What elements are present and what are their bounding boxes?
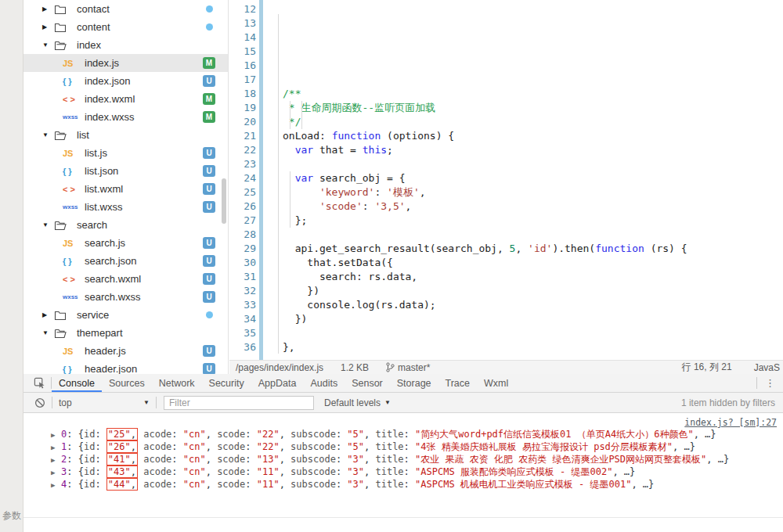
language-mode[interactable]: JavaS bbox=[754, 362, 780, 373]
editor-code[interactable]: /** * 生命周期函数--监听页面加载 */onLoad: function … bbox=[283, 0, 783, 360]
expand-triangle-icon[interactable]: ▶ bbox=[51, 479, 61, 491]
console-array-item[interactable]: ▶1: {id: "26", acode: "cn", scode: "22",… bbox=[23, 440, 783, 453]
tab-security[interactable]: Security bbox=[202, 374, 251, 392]
tree-file-header.js[interactable]: JSheader.jsU bbox=[23, 342, 228, 360]
console-output: ▼(5) [{…}, {…}, {…}, {…}, {…}]t index.js… bbox=[23, 413, 783, 531]
console-array-item[interactable]: ▶4: {id: "44", acode: "cn", scode: "11",… bbox=[23, 478, 783, 491]
tab-appdata[interactable]: AppData bbox=[251, 374, 304, 392]
tree-file-search.js[interactable]: JSsearch.jsU bbox=[23, 234, 228, 252]
tab-wxml[interactable]: Wxml bbox=[477, 374, 515, 392]
inspect-element-icon[interactable] bbox=[28, 377, 51, 389]
code-line[interactable]: /** bbox=[283, 87, 783, 101]
git-status-badge: U bbox=[203, 363, 215, 374]
code-line[interactable] bbox=[283, 326, 783, 340]
console-array-item[interactable]: ▶0: {id: "25", acode: "cn", scode: "22",… bbox=[23, 428, 783, 440]
line-number: 23 bbox=[229, 157, 256, 171]
code-line[interactable]: }, bbox=[283, 340, 783, 354]
execution-context-dropdown[interactable]: top ▼ bbox=[52, 393, 156, 412]
expand-triangle-icon[interactable]: ▶ bbox=[51, 454, 61, 466]
tree-file-index.wxss[interactable]: wxssindex.wxssM bbox=[23, 108, 228, 126]
code-line[interactable]: }) bbox=[283, 312, 783, 326]
context-value: top bbox=[59, 397, 72, 408]
code-line[interactable]: var that = this; bbox=[283, 143, 783, 157]
source-location-link[interactable]: index.js? [sm]:27 bbox=[684, 416, 777, 428]
console-array-item[interactable]: ▶2: {id: "41", acode: "cn", scode: "13",… bbox=[23, 453, 783, 466]
code-line[interactable] bbox=[283, 157, 783, 171]
tree-file-search.json[interactable]: { }search.jsonU bbox=[23, 252, 228, 270]
git-status-badge: M bbox=[203, 57, 215, 69]
tree-folder-service[interactable]: ▶service bbox=[23, 306, 228, 324]
tree-folder-contact[interactable]: ▶contact bbox=[23, 0, 228, 18]
code-line[interactable]: }; bbox=[283, 214, 783, 228]
tree-file-search.wxss[interactable]: wxsssearch.wxssU bbox=[23, 288, 228, 306]
line-number: 27 bbox=[229, 214, 256, 228]
js-file-icon: JS bbox=[63, 149, 85, 158]
folder-icon bbox=[54, 4, 71, 15]
tab-storage[interactable]: Storage bbox=[390, 374, 438, 392]
expand-triangle-icon[interactable]: ▶ bbox=[51, 429, 61, 440]
editor-status-bar: /pages/index/index.js 1.2 KB master* 行 1… bbox=[229, 360, 783, 374]
tab-trace[interactable]: Trace bbox=[438, 374, 478, 392]
tree-item-label: header.json bbox=[85, 363, 137, 374]
tree-file-index.json[interactable]: { }index.jsonU bbox=[23, 72, 228, 90]
code-line[interactable]: api.get_search_resault(search_obj, 5, 'i… bbox=[283, 242, 783, 256]
tab-network[interactable]: Network bbox=[152, 374, 202, 392]
log-levels-dropdown[interactable]: Default levels ▼ bbox=[324, 397, 391, 408]
code-line[interactable]: onLoad: function (options) { bbox=[283, 129, 783, 143]
line-number: 15 bbox=[229, 45, 256, 59]
code-line[interactable]: */ bbox=[283, 115, 783, 129]
tree-file-list.json[interactable]: { }list.jsonU bbox=[23, 162, 228, 180]
git-modified-gutter bbox=[259, 0, 263, 360]
console-prompt[interactable]: > bbox=[23, 517, 783, 531]
tree-file-list.wxml[interactable]: < >list.wxmlU bbox=[23, 180, 228, 198]
git-branch-name[interactable]: master* bbox=[398, 362, 430, 373]
code-line[interactable]: search: rs.data, bbox=[283, 270, 783, 284]
tree-file-list.js[interactable]: JSlist.jsU bbox=[23, 144, 228, 162]
tree-folder-search[interactable]: ▼search bbox=[23, 216, 228, 234]
tree-folder-list[interactable]: ▼list bbox=[23, 126, 228, 144]
params-panel-label[interactable]: 参数 bbox=[2, 509, 21, 523]
expand-triangle-icon[interactable]: ▶ bbox=[51, 466, 61, 478]
tree-folder-index[interactable]: ▼index bbox=[23, 36, 228, 54]
line-number: 21 bbox=[229, 129, 256, 143]
tree-folder-themepart[interactable]: ▼themepart bbox=[23, 324, 228, 342]
code-line[interactable]: console.log(rs.data); bbox=[283, 298, 783, 312]
changed-dot-icon bbox=[206, 5, 213, 13]
code-line[interactable] bbox=[283, 228, 783, 242]
tree-file-list.wxss[interactable]: wxsslist.wxssU bbox=[23, 198, 228, 216]
code-line[interactable]: 'keyword': '模板', bbox=[283, 185, 783, 200]
tree-scrollbar-thumb[interactable] bbox=[222, 178, 226, 224]
code-line[interactable]: var search_obj = { bbox=[283, 171, 783, 185]
git-status-badge: M bbox=[203, 111, 215, 123]
code-line[interactable] bbox=[283, 354, 783, 360]
tab-sensor[interactable]: Sensor bbox=[345, 374, 390, 392]
line-number: 33 bbox=[229, 298, 256, 312]
expand-triangle-icon[interactable]: ▶ bbox=[51, 441, 61, 453]
line-number: 18 bbox=[229, 87, 256, 101]
tree-item-label: themepart bbox=[77, 327, 123, 339]
tab-console[interactable]: Console bbox=[52, 374, 102, 392]
tree-file-index.js[interactable]: JSindex.jsM bbox=[23, 54, 228, 72]
git-status-badge: U bbox=[203, 237, 215, 249]
tree-folder-content[interactable]: ▶content bbox=[23, 18, 228, 36]
tree-file-header.json[interactable]: { }header.jsonU bbox=[23, 360, 228, 374]
code-line[interactable]: * 生命周期函数--监听页面加载 bbox=[283, 101, 783, 115]
tree-file-search.wxml[interactable]: < >search.wxmlU bbox=[23, 270, 228, 288]
console-array-item[interactable]: ▶3: {id: "43", acode: "cn", scode: "11",… bbox=[23, 466, 783, 478]
js-file-icon: JS bbox=[63, 59, 85, 68]
tree-file-index.wxml[interactable]: < >index.wxmlM bbox=[23, 90, 228, 108]
console-filter-input[interactable] bbox=[164, 396, 314, 410]
code-line[interactable]: }) bbox=[283, 284, 783, 298]
devtools-menu-icon[interactable]: ⋮ bbox=[757, 377, 783, 389]
code-editor[interactable]: 1213141516171819202122232425262728293031… bbox=[229, 0, 783, 360]
clear-console-icon[interactable] bbox=[28, 397, 52, 408]
code-line[interactable]: that.setData({ bbox=[283, 256, 783, 270]
changed-dot-icon bbox=[206, 311, 213, 318]
tab-audits[interactable]: Audits bbox=[303, 374, 345, 392]
red-annotation-box: "26", bbox=[106, 440, 138, 453]
open-folder-icon bbox=[54, 328, 71, 339]
tab-sources[interactable]: Sources bbox=[102, 374, 152, 392]
wxml-file-icon: < > bbox=[63, 275, 85, 284]
wxml-file-icon: < > bbox=[63, 95, 85, 104]
code-line[interactable]: 'scode': '3,5', bbox=[283, 200, 783, 214]
